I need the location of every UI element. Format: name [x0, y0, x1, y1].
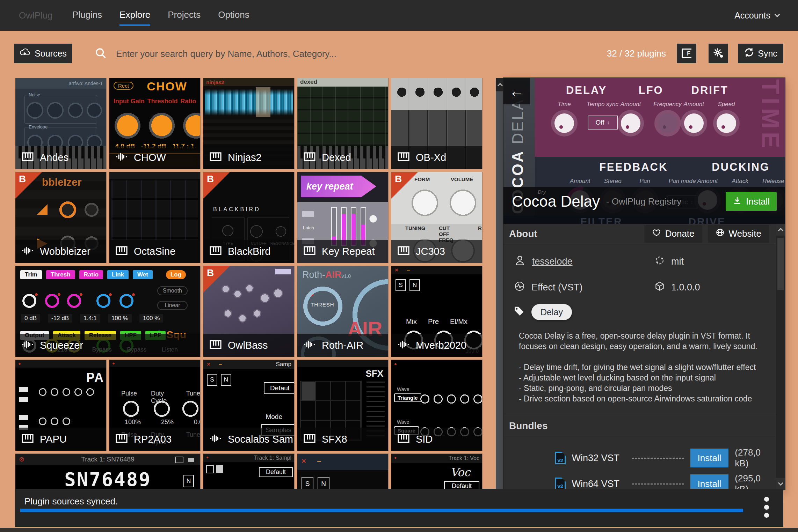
tab-explore[interactable]: Explore — [119, 9, 150, 26]
plugin-tile-dexed[interactable]: dexedDexed — [297, 78, 388, 169]
plugin-tile-ninjas2[interactable]: ninjas2Ninjas2 — [203, 78, 294, 169]
plugin-tile-ob-xd[interactable]: OB-Xd — [391, 78, 482, 169]
plugin-tile-snsmall[interactable]: ×–SN — [297, 454, 388, 489]
grid-scrollbar[interactable] — [496, 78, 504, 489]
tile-art-text: SN — [396, 279, 420, 291]
plugin-description: Cocoa Delay is a free, open-source delay… — [503, 320, 769, 412]
hero-select-tempo-sync: Off↕ — [588, 116, 618, 130]
status-bar: Plugin sources synced. — [15, 489, 783, 526]
tile-art-text: PulseDuty CycleTune — [121, 390, 200, 405]
plugin-name: CHOW — [134, 152, 166, 163]
tile-label: BlackBird — [203, 240, 294, 263]
plugin-tile-key-repeat[interactable]: key repeatLatchHumanizeSwingKey Repeat — [297, 172, 388, 263]
plugin-tile-sn76489[interactable]: Track 1: SN76489⊗SN76489ADNDefault — [15, 454, 200, 489]
dashed-leader — [632, 483, 684, 485]
hero-time-label: TIME — [756, 79, 784, 152]
sync-button[interactable]: Sync — [738, 44, 783, 63]
plugin-tile-rp2a03[interactable]: ●PulseDuty CycleTunePulseDuty CycleTune1… — [109, 360, 200, 451]
plugin-count: 32 / 32 plugins — [607, 48, 666, 59]
plugin-tile-owlbass[interactable]: BOwlBass — [203, 266, 294, 357]
plugin-name: SFX8 — [322, 434, 347, 445]
about-header: About Donate Website — [503, 224, 776, 244]
instrument-piano-icon — [209, 244, 222, 259]
panel-scroll-down-button[interactable] — [776, 478, 785, 490]
plugin-tile-voc[interactable]: Track 1: Voc●VocDefault — [391, 454, 482, 489]
bundle-badge: B — [15, 172, 42, 199]
tile-label: Wobbleizer — [15, 240, 106, 263]
plugin-name: PAPU — [40, 434, 67, 445]
instrument-piano-icon — [397, 432, 410, 446]
plugin-tile-wobbleizer[interactable]: bbleIzerBWobbleizer — [15, 172, 106, 263]
plugin-tile-blackbird[interactable]: BLACKBIRDTYPECUTOFFRESONANCEBBlackBird — [203, 172, 294, 263]
plugin-tile-papu[interactable]: ●PAPAPU — [15, 360, 106, 451]
grid-scrollbar-thumb[interactable] — [496, 91, 504, 489]
plugin-tile-andes[interactable]: artfwo: Andes-1NoiseEnvelopeAndes — [15, 78, 106, 169]
plugin-name: Squeezer — [40, 340, 83, 351]
top-nav: OwlPlug PluginsExploreProjectsOptions Ac… — [0, 0, 798, 31]
plugin-tile-sampler2[interactable]: Track 1: Sampl●Default — [203, 454, 294, 489]
window-bottom-edge — [0, 528, 798, 532]
person-icon — [514, 254, 526, 269]
tile-label: Ninjas2 — [203, 146, 294, 169]
settings-button[interactable] — [709, 44, 728, 63]
scroll-up-button[interactable] — [496, 78, 504, 91]
tab-options[interactable]: Options — [218, 9, 249, 26]
plugin-name: Ninjas2 — [228, 152, 262, 163]
filter-button[interactable]: F — [677, 44, 696, 63]
tile-label: SID — [391, 428, 482, 451]
hero-top-sections: DELAYTimeTempo syncOff↕LFOAmountFrequenc… — [535, 78, 785, 157]
sync-label: Sync — [758, 49, 777, 59]
tile-label: Mverb2020 — [391, 334, 482, 357]
hero-control-time: Time — [554, 101, 574, 133]
bundle-install-button-win32-vst[interactable]: Install — [690, 449, 729, 467]
plugin-tile-roth-air[interactable]: Roth-AIRv1.0AIRTHRESHRoth-AIR — [297, 266, 388, 357]
plugin-hero-image: COCOADELAY DELAYTimeTempo syncOff↕LFOAmo… — [503, 78, 785, 224]
accounts-menu[interactable]: Accounts — [734, 10, 779, 21]
plugin-tile-sid[interactable]: ●WaveWaveTriangleSquareSID — [391, 360, 482, 451]
tile-art-text: ADN — [15, 454, 200, 489]
panel-scrollbar[interactable] — [776, 224, 785, 490]
hero-control-speed: Speed — [717, 101, 736, 133]
plugin-tile-sfx8[interactable]: SFXSFX8 — [297, 360, 388, 451]
hero-control-amount: Amount — [683, 101, 704, 133]
install-button[interactable]: Install — [726, 192, 777, 211]
tile-label: OctaSine — [109, 240, 200, 263]
tile-art-text: ● — [394, 455, 397, 460]
chevron-down-icon — [775, 12, 780, 17]
panel-scrollbar-thumb[interactable] — [777, 238, 784, 290]
instrument-piano-icon — [21, 150, 34, 165]
sync-icon — [744, 47, 754, 60]
bundle-install-button-win64-vst[interactable]: Install — [690, 474, 729, 490]
plugin-tile-squeezer[interactable]: Squ0 dB-12 dB1.4:1100 %100 %215 msBypass… — [15, 266, 200, 357]
bundle-row-win64-vst: v2Win64 VSTInstall(295,0 kB) — [503, 473, 776, 490]
tab-plugins[interactable]: Plugins — [72, 9, 102, 26]
tab-projects[interactable]: Projects — [168, 9, 201, 26]
donate-button[interactable]: Donate — [644, 225, 702, 243]
kebab-menu-icon[interactable] — [764, 497, 769, 518]
plugin-title: Cocoa Delay — [512, 193, 600, 210]
tile-art-text: SN — [207, 374, 231, 386]
plugin-name: Socalabs Sam... — [228, 434, 294, 445]
plugin-detail-panel: COCOADELAY DELAYTimeTempo syncOff↕LFOAmo… — [503, 78, 785, 490]
back-button[interactable]: ← — [503, 78, 530, 104]
hero-control-frequency: Frequency — [653, 101, 681, 133]
tag-pill-delay[interactable]: Delay — [531, 304, 572, 320]
website-button[interactable]: Website — [708, 225, 769, 243]
about-version: 1.0.0.0 — [654, 281, 776, 294]
about-author[interactable]: tesselode — [514, 254, 654, 269]
bundle-badge: B — [203, 172, 230, 199]
sources-button[interactable]: Sources — [14, 44, 72, 63]
tile-label: SFX8 — [297, 428, 388, 451]
hero-section-delay: DELAYTimeTempo syncOff↕ — [554, 84, 618, 157]
heart-icon — [652, 228, 661, 239]
sync-progress-bar — [20, 509, 743, 512]
plugin-tile-octasine[interactable]: OctaSine — [109, 172, 200, 263]
search-input[interactable] — [116, 45, 423, 63]
plugin-name: OwlBass — [228, 340, 268, 351]
plugin-tile-socalabs-sam[interactable]: Samp×–SNDefaulModeSamplesSocalabs Sam... — [203, 360, 294, 451]
panel-scroll-up-button[interactable] — [776, 224, 785, 236]
plugin-tile-chow[interactable]: RectCHOWInput GainThresholdRatio4.0 dB-1… — [109, 78, 200, 169]
plugin-tile-mverb2020[interactable]: ×–MixPreEl/Mx100.0SNMverb2020 — [391, 266, 482, 357]
plugin-tile-jc303[interactable]: FORMVOLUMETUNINGCUT OFF FREQREBJC303 — [391, 172, 482, 263]
hero-control-amount: Amount — [621, 101, 641, 133]
